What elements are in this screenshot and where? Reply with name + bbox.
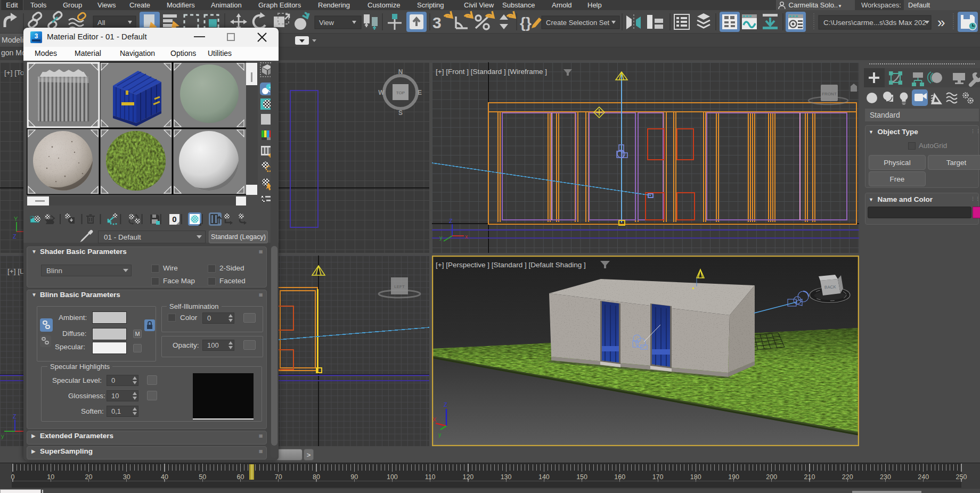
svg-text:90: 90	[350, 473, 358, 481]
svg-text:220: 220	[842, 473, 853, 481]
svg-text:Z: Z	[449, 218, 453, 224]
svg-text:250: 250	[956, 473, 967, 481]
svg-text:110: 110	[425, 473, 436, 481]
svg-text:[+] [Front ] [Standard ] [Wire: [+] [Front ] [Standard ] [Wireframe ]	[436, 68, 547, 76]
svg-text:100: 100	[387, 473, 398, 481]
svg-text:Z: Z	[444, 401, 447, 408]
svg-text:y: y	[438, 431, 442, 438]
svg-text:160: 160	[614, 473, 625, 481]
svg-text:3: 3	[432, 14, 442, 31]
svg-text:Z: Z	[13, 233, 17, 240]
svg-text:0: 0	[11, 473, 15, 481]
svg-text:140: 140	[538, 473, 550, 481]
svg-text:x: x	[465, 233, 468, 240]
svg-text:130: 130	[501, 473, 512, 481]
svg-text:S: S	[398, 109, 403, 117]
svg-text:20: 20	[85, 473, 93, 481]
svg-text:180: 180	[690, 473, 701, 481]
svg-text:All: All	[97, 19, 105, 27]
svg-text:N: N	[398, 68, 403, 76]
svg-text:230: 230	[880, 473, 891, 481]
svg-text:80: 80	[313, 473, 320, 481]
svg-text:W: W	[378, 89, 385, 96]
svg-text:Z: Z	[13, 413, 17, 420]
svg-text:3: 3	[35, 32, 38, 40]
svg-text:LEFT: LEFT	[394, 284, 405, 289]
svg-text:210: 210	[804, 473, 815, 481]
svg-text:C:\Users\carme...s\3ds Max 202: C:\Users\carme...s\3ds Max 202	[823, 19, 926, 27]
svg-text:60: 60	[236, 473, 244, 481]
svg-text:View: View	[319, 19, 334, 27]
svg-text:Y: Y	[14, 216, 18, 222]
svg-text:120: 120	[462, 473, 473, 481]
svg-text:70: 70	[275, 473, 282, 481]
svg-text:[+] [Perspective ] [Standard ]: [+] [Perspective ] [Standard ] [Default …	[436, 261, 586, 269]
svg-text:240: 240	[918, 473, 929, 481]
svg-text:190: 190	[728, 473, 739, 481]
svg-text:40: 40	[161, 473, 168, 481]
svg-text:BACK: BACK	[824, 284, 837, 290]
svg-text:170: 170	[652, 473, 664, 481]
svg-text:Create Selection Set: Create Selection Set	[546, 19, 610, 27]
svg-text:E: E	[418, 89, 422, 96]
svg-text:TOP: TOP	[396, 91, 405, 95]
svg-text:150: 150	[576, 473, 587, 481]
svg-text:y: y	[1, 433, 4, 439]
svg-text:FRONT: FRONT	[822, 92, 837, 96]
svg-text:y: y	[439, 234, 443, 241]
svg-text:0: 0	[172, 215, 176, 224]
svg-text:50: 50	[199, 473, 206, 481]
svg-text:»: »	[937, 14, 945, 30]
svg-text:30: 30	[123, 473, 130, 481]
svg-text:{}: {}	[520, 14, 532, 31]
svg-text:10: 10	[47, 473, 54, 481]
svg-text:200: 200	[766, 473, 777, 481]
